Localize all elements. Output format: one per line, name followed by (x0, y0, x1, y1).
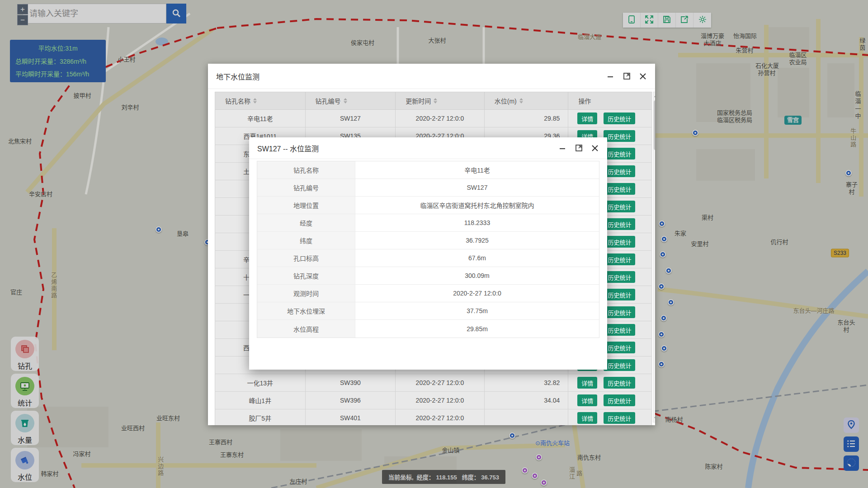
scroll-up-icon[interactable] (654, 94, 655, 97)
detail-dialog-titlebar: SW127 -- 水位监测 (249, 137, 607, 159)
detail-button[interactable]: 详情 (577, 394, 597, 406)
cell-code: SW396 (306, 392, 396, 409)
cell-actions: 详情历史统计 (568, 374, 651, 391)
detail-field-value: 2020-2-27 12:0:0 (355, 285, 599, 302)
cell-time: 2020-2-27 12:0:0 (396, 409, 485, 425)
close-icon[interactable] (591, 144, 599, 152)
column-header-钻孔名称[interactable]: 钻孔名称 (215, 92, 306, 109)
cell-actions: 详情历史统计 (568, 409, 651, 425)
detail-field-label: 钻孔深度 (257, 267, 355, 284)
history-stats-button[interactable]: 历史统计 (604, 183, 635, 195)
detail-button[interactable]: 详情 (577, 113, 597, 124)
cell-code: SW401 (306, 409, 396, 425)
cell-level: 32.82 (485, 374, 569, 391)
history-stats-button[interactable]: 历史统计 (604, 289, 635, 300)
detail-field-value: 37.75m (355, 302, 599, 319)
table-row: 一化13井SW3902020-2-27 12:0:032.82详情历史统计 (215, 374, 652, 392)
history-stats-button[interactable]: 历史统计 (604, 324, 635, 336)
cell-actions: 详情历史统计 (568, 110, 651, 127)
detail-field-label: 水位高程 (257, 320, 355, 338)
detail-field-label: 地理位置 (257, 197, 355, 214)
column-header-钻孔编号[interactable]: 钻孔编号 (306, 92, 396, 109)
scroll-down-icon[interactable] (654, 417, 655, 420)
detail-field-label: 观测时间 (257, 285, 355, 302)
detail-field-value: 118.2333 (355, 214, 599, 231)
cell-code: SW127 (306, 110, 396, 127)
column-header-水位(m)[interactable]: 水位(m) (485, 92, 569, 109)
history-stats-button[interactable]: 历史统计 (604, 113, 635, 124)
history-stats-button[interactable]: 历史统计 (604, 130, 635, 142)
history-stats-button[interactable]: 历史统计 (604, 271, 635, 283)
history-stats-button[interactable]: 历史统计 (604, 218, 635, 230)
minimize-icon[interactable] (558, 144, 566, 152)
detail-field-value: 辛电11老 (355, 161, 599, 178)
history-stats-button[interactable]: 历史统计 (604, 201, 635, 212)
detail-row: 钻孔编号SW127 (257, 179, 599, 197)
history-stats-button[interactable]: 历史统计 (604, 236, 635, 248)
table-scrollbar[interactable] (653, 92, 655, 422)
scrollbar-thumb[interactable] (654, 100, 655, 150)
detail-field-value: 67.6m (355, 249, 599, 267)
close-icon[interactable] (639, 72, 647, 80)
detail-button[interactable]: 详情 (577, 377, 597, 389)
history-stats-button[interactable]: 历史统计 (604, 306, 635, 318)
well-detail-table: 钻孔名称辛电11老钻孔编号SW127地理位置临淄区辛店街道窝托村东北角控制室院内… (257, 161, 599, 338)
maximize-icon[interactable] (575, 144, 583, 152)
history-stats-button[interactable]: 历史统计 (604, 412, 635, 424)
cell-level (485, 409, 569, 425)
maximize-icon[interactable] (623, 72, 631, 80)
cell-time: 2020-2-27 12:0:0 (396, 392, 485, 409)
history-stats-button[interactable]: 历史统计 (604, 377, 635, 389)
history-stats-button[interactable]: 历史统计 (604, 359, 635, 371)
detail-row: 孔口标高67.6m (257, 249, 599, 267)
sort-icon[interactable] (253, 98, 257, 103)
app-root: 侯家屯村大张村傅家庄小王村临淄大道朱营村孙营村淄博万豪 大酒店怡海国际绿茵石化大… (0, 0, 868, 488)
detail-field-label: 地下水位埋深 (257, 302, 355, 319)
column-header-更新时间[interactable]: 更新时间 (396, 92, 485, 109)
main-dialog-title: 地下水位监测 (216, 71, 606, 82)
history-stats-button[interactable]: 历史统计 (604, 165, 635, 177)
detail-row: 地理位置临淄区辛店街道窝托村东北角控制室院内 (257, 197, 599, 214)
history-stats-button[interactable]: 历史统计 (604, 253, 635, 265)
detail-row: 纬度36.7925 (257, 232, 599, 249)
detail-row: 钻孔深度300.09m (257, 267, 599, 285)
detail-button[interactable]: 详情 (577, 412, 597, 424)
detail-field-value: 300.09m (355, 267, 599, 284)
table-row: 辛电11老SW1272020-2-27 12:0:029.85详情历史统计 (215, 110, 652, 127)
detail-field-label: 钻孔编号 (257, 179, 355, 196)
history-stats-button[interactable]: 历史统计 (604, 342, 635, 353)
detail-field-value: 36.7925 (355, 232, 599, 249)
well-detail-dialog: SW127 -- 水位监测 钻孔名称辛电11老钻孔编号SW127地理位置临淄区辛… (249, 137, 607, 370)
history-stats-button[interactable]: 历史统计 (604, 148, 635, 160)
column-header-操作: 操作 (568, 92, 651, 109)
detail-field-value: 29.85m (355, 320, 599, 338)
cell-name: 胶厂5井 (215, 409, 306, 425)
table-row: 胶厂5井SW4012020-2-27 12:0:0详情历史统计 (215, 409, 652, 425)
cell-code: SW390 (306, 374, 396, 391)
detail-row: 观测时间2020-2-27 12:0:0 (257, 285, 599, 302)
cell-name: 峰山1井 (215, 392, 306, 409)
detail-field-label: 纬度 (257, 232, 355, 249)
detail-field-label: 钻孔名称 (257, 161, 355, 178)
cell-name: 辛电11老 (215, 110, 306, 127)
detail-row: 钻孔名称辛电11老 (257, 161, 599, 179)
minimize-icon[interactable] (606, 72, 614, 80)
detail-row: 经度118.2333 (257, 214, 599, 232)
cell-time: 2020-2-27 12:0:0 (396, 374, 485, 391)
sort-icon[interactable] (344, 98, 347, 103)
cell-name: 一化13井 (215, 374, 306, 391)
cell-time: 2020-2-27 12:0:0 (396, 110, 485, 127)
detail-row: 地下水位埋深37.75m (257, 302, 599, 320)
detail-dialog-title: SW127 -- 水位监测 (257, 143, 558, 154)
table-row: 峰山1井SW3962020-2-27 12:0:034.04详情历史统计 (215, 392, 652, 409)
detail-field-label: 孔口标高 (257, 249, 355, 267)
cell-actions: 详情历史统计 (568, 392, 651, 409)
sort-icon[interactable] (519, 98, 523, 103)
cell-level: 34.04 (485, 392, 569, 409)
history-stats-button[interactable]: 历史统计 (604, 394, 635, 406)
detail-field-label: 经度 (257, 214, 355, 231)
sort-icon[interactable] (434, 98, 437, 103)
detail-field-value: 临淄区辛店街道窝托村东北角控制室院内 (355, 197, 599, 214)
main-dialog-titlebar: 地下水位监测 (208, 64, 655, 89)
cell-level: 29.85 (485, 110, 569, 127)
